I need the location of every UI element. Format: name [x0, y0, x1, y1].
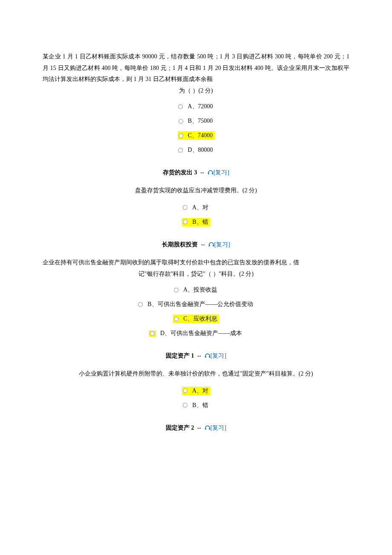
svg-point-10 — [174, 288, 178, 292]
option-true[interactable]: A、对 — [182, 203, 210, 212]
svg-rect-5 — [212, 173, 213, 174]
option-label: D、可供出售金融资产——成本 — [160, 330, 242, 337]
radio-icon[interactable] — [138, 302, 143, 307]
svg-rect-18 — [205, 428, 206, 430]
svg-point-17 — [183, 403, 187, 408]
svg-rect-19 — [209, 428, 210, 430]
review-label: [复习] — [210, 353, 226, 359]
svg-point-3 — [179, 148, 183, 152]
option-label: A、对 — [192, 387, 208, 395]
section-fixed-assets-1: 固定资产 1 -- [复习] — [43, 352, 349, 360]
review-link[interactable]: [复习] — [208, 169, 229, 176]
review-label: [复习] — [213, 169, 229, 176]
option-label: B、可供出售金融资产——公允价值变动 — [147, 301, 253, 308]
svg-rect-14 — [205, 356, 206, 358]
svg-rect-8 — [209, 245, 210, 246]
radio-icon[interactable] — [182, 219, 188, 225]
radio-icon[interactable] — [173, 316, 179, 322]
svg-point-12 — [174, 317, 179, 321]
review-link[interactable]: [复习] — [205, 425, 226, 431]
section-fixed-assets-2: 固定资产 2 -- [复习] — [43, 424, 349, 432]
svg-point-0 — [179, 104, 183, 109]
svg-point-6 — [183, 205, 187, 210]
question3-lastline: 记"银行存款"科目，贷记"（ ）"科目。(2 分) — [43, 269, 349, 280]
section-title-text: 固定资产 1 — [166, 353, 194, 359]
option-false[interactable]: B、错 — [182, 401, 210, 410]
svg-rect-15 — [209, 356, 210, 358]
section-title-text: 存货的发出 3 — [163, 169, 197, 176]
question2-text: 盘盈存货实现的收益应当冲减管理费用。(2 分) — [43, 185, 349, 197]
headphone-icon — [205, 353, 210, 358]
headphone-icon — [208, 242, 214, 247]
section-title-text: 固定资产 2 — [166, 425, 194, 431]
option-true[interactable]: A、对 — [182, 387, 210, 395]
question1-body: 某企业 1 月 1 日乙材料账面实际成本 90000 元，结存数量 500 吨；… — [43, 53, 349, 82]
option-label: C、应收利息 — [183, 315, 217, 323]
review-link[interactable]: [复习] — [208, 241, 230, 248]
question3-text: 企业在持有可供出售金融资产期间收到的属于取得时支付价款中包含的已宣告发放的债券利… — [43, 257, 349, 280]
question3-options: A、投资收益 B、可供出售金融资产——公允价值变动 C、应收利息 D、可供出售金… — [43, 286, 349, 338]
question1-text: 某企业 1 月 1 日乙材料账面实际成本 90000 元，结存数量 500 吨；… — [43, 51, 349, 96]
dash: -- — [200, 169, 204, 176]
option-a[interactable]: A、72000 — [177, 102, 214, 111]
question1-lastline: 为（ ）(2 分) — [43, 85, 349, 97]
review-label: [复习] — [210, 425, 226, 431]
radio-icon[interactable] — [150, 331, 155, 336]
svg-rect-4 — [208, 173, 209, 174]
option-b[interactable]: B、75000 — [178, 117, 214, 125]
option-label: A、投资收益 — [183, 286, 217, 294]
radio-icon[interactable] — [182, 205, 188, 210]
question2-options: A、对 B、错 — [43, 203, 349, 226]
radio-icon[interactable] — [178, 119, 184, 124]
option-label: D、80000 — [187, 146, 213, 154]
dash: -- — [197, 425, 201, 431]
option-false[interactable]: B、错 — [182, 218, 210, 226]
radio-icon[interactable] — [173, 287, 179, 293]
svg-point-13 — [150, 331, 154, 335]
radio-icon[interactable] — [178, 133, 184, 139]
svg-point-16 — [183, 389, 187, 393]
svg-point-7 — [183, 220, 187, 224]
option-d[interactable]: D、可供出售金融资产——成本 — [148, 329, 244, 338]
question1-options: A、72000 B、75000 C、74000 D、80000 — [43, 102, 349, 154]
option-d[interactable]: D、80000 — [177, 146, 214, 154]
headphone-icon — [205, 425, 210, 430]
section-inventory-3: 存货的发出 3 -- [复习] — [43, 169, 349, 176]
option-a[interactable]: A、投资收益 — [173, 286, 219, 294]
option-c[interactable]: C、应收利息 — [173, 315, 219, 323]
option-label: B、错 — [192, 218, 208, 226]
svg-point-2 — [179, 133, 183, 138]
review-link[interactable]: [复习] — [205, 353, 226, 359]
option-label: B、75000 — [188, 117, 213, 125]
radio-icon[interactable] — [182, 402, 188, 408]
svg-point-11 — [138, 302, 143, 306]
dash: -- — [197, 353, 201, 359]
question4-options: A、对 B、错 — [43, 387, 349, 410]
option-b[interactable]: B、可供出售金融资产——公允价值变动 — [137, 300, 254, 309]
option-label: A、72000 — [187, 103, 213, 110]
svg-point-1 — [179, 119, 183, 123]
review-label: [复习] — [214, 241, 230, 248]
radio-icon[interactable] — [182, 388, 188, 393]
option-label: C、74000 — [188, 132, 213, 139]
option-label: B、错 — [192, 402, 208, 409]
question3-body: 企业在持有可供出售金融资产期间收到的属于取得时支付价款中包含的已宣告发放的债券利… — [43, 259, 299, 266]
headphone-icon — [208, 170, 213, 175]
option-c[interactable]: C、74000 — [178, 131, 214, 140]
section-equity-investment: 长期股权投资 -- [复习] — [43, 241, 349, 249]
radio-icon[interactable] — [178, 147, 183, 153]
option-label: A、对 — [192, 204, 208, 211]
dash: -- — [201, 241, 205, 248]
section-title-text: 长期股权投资 — [162, 241, 198, 248]
svg-rect-9 — [213, 245, 214, 246]
radio-icon[interactable] — [178, 104, 183, 110]
question4-text: 小企业购置计算机硬件所附带的、未单独计价的软件，也通过"固定资产"科目核算。(2… — [43, 368, 349, 380]
